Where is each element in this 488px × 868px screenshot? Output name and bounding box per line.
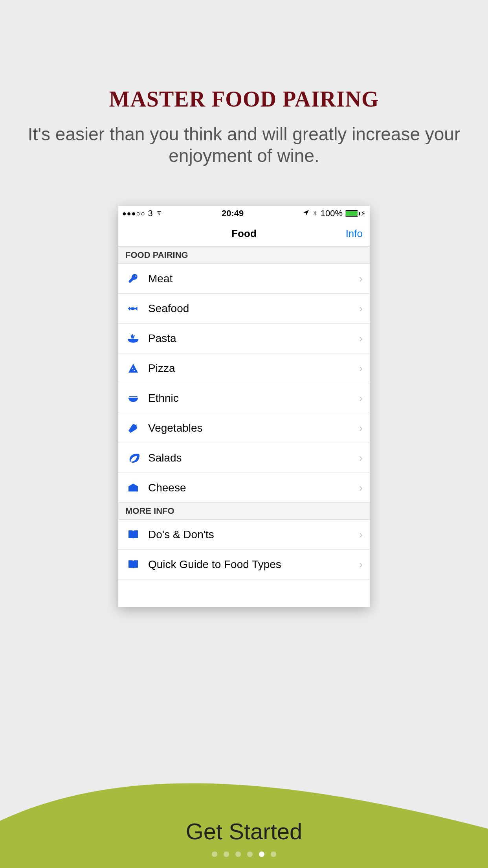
pizza-icon [125,360,141,376]
list-item-label: Salads [148,452,359,464]
pager-dot[interactable] [247,851,253,857]
list-item-cheese[interactable]: Cheese › [118,473,370,503]
list-item-label: Quick Guide to Food Types [148,558,359,571]
list-item-vegetables[interactable]: Vegetables › [118,413,370,443]
chevron-right-icon: › [359,302,363,315]
chevron-right-icon: › [359,482,363,494]
cheese-icon [125,480,141,496]
promo-subtitle: It's easier than you think and will grea… [0,123,488,167]
list-item-salads[interactable]: Salads › [118,443,370,473]
list-item-label: Meat [148,272,359,285]
pager-dot[interactable] [212,851,217,857]
pasta-icon [125,331,141,346]
signal-dots-icon: ●●●○○ [122,210,145,218]
carrier-label: 3 [148,208,152,219]
list-item-label: Seafood [148,302,359,315]
pager-dot[interactable] [271,851,276,857]
pager-dot[interactable] [235,851,241,857]
status-time: 20:49 [222,208,244,219]
chevron-right-icon: › [359,272,363,285]
fish-icon [125,301,141,316]
leaf-icon [125,450,141,466]
section-header-moreinfo: MORE INFO [118,503,370,520]
list-item-ethnic[interactable]: Ethnic › [118,383,370,413]
list-item-pizza[interactable]: Pizza › [118,353,370,383]
charging-icon: ⚡︎ [361,209,366,218]
meat-icon [125,271,141,287]
promo-title: MASTER FOOD PAIRING [0,86,488,112]
wifi-icon [155,208,163,219]
get-started-button[interactable]: Get Started [0,818,488,844]
chevron-right-icon: › [359,422,363,434]
chevron-right-icon: › [359,362,363,375]
nav-title: Food [231,228,257,240]
info-button[interactable]: Info [346,228,363,240]
list-item-label: Pizza [148,362,359,375]
list-item-label: Cheese [148,482,359,494]
chevron-right-icon: › [359,392,363,405]
carrot-icon [125,420,141,436]
pager-dots[interactable] [0,851,488,857]
pager-dot-active[interactable] [259,851,264,857]
chevron-right-icon: › [359,558,363,571]
book-icon [125,527,141,542]
list-item-label: Do's & Don'ts [148,528,359,541]
battery-icon [345,210,358,217]
book-icon [125,557,141,572]
bowl-icon [125,390,141,406]
list-item-meat[interactable]: Meat › [118,264,370,294]
location-icon [303,208,310,219]
chevron-right-icon: › [359,452,363,464]
list-item-dos-donts[interactable]: Do's & Don'ts › [118,520,370,550]
list-item-seafood[interactable]: Seafood › [118,294,370,324]
nav-bar: Food Info [118,221,370,247]
battery-percent: 100% [321,208,343,219]
list-item-quick-guide[interactable]: Quick Guide to Food Types › [118,550,370,579]
status-bar: ●●●○○ 3 20:49 100% ⚡︎ [118,206,370,221]
list-item-pasta[interactable]: Pasta › [118,324,370,353]
pager-dot[interactable] [224,851,229,857]
section-header-pairing: FOOD PAIRING [118,247,370,264]
list-item-label: Pasta [148,332,359,345]
chevron-right-icon: › [359,528,363,541]
chevron-right-icon: › [359,332,363,345]
bluetooth-icon [312,208,318,219]
phone-screenshot: ●●●○○ 3 20:49 100% ⚡︎ Food Info FOOD PAI… [118,206,370,607]
list-item-label: Vegetables [148,422,359,434]
list-item-label: Ethnic [148,392,359,405]
